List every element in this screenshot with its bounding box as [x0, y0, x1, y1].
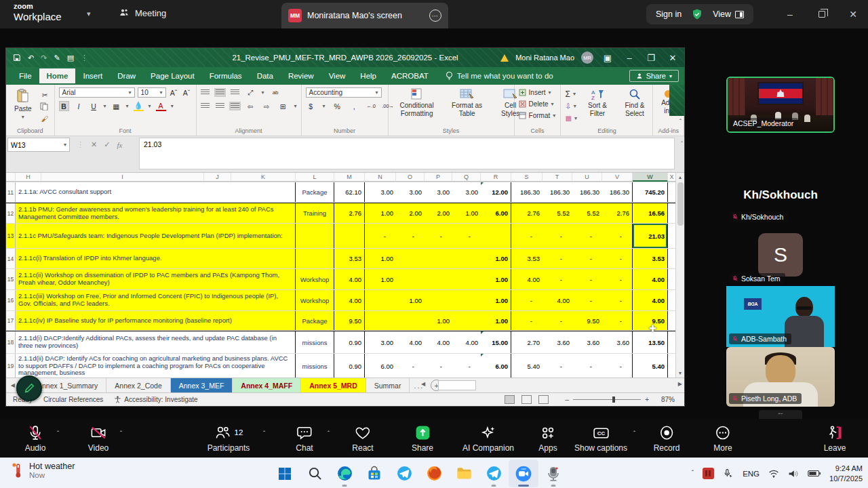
cell-W15[interactable]: 4.00	[633, 269, 668, 289]
shrink-font-icon[interactable]: Aˇ	[182, 87, 192, 98]
page-break-view-icon[interactable]	[538, 395, 549, 404]
sheet-tab-annex-2-code[interactable]: Annex 2_Code	[106, 378, 170, 392]
row-header-16[interactable]: 16	[6, 290, 16, 310]
cell-desc-17[interactable]: 2.1.1c(iv) IP Baseline study for IP perf…	[16, 311, 296, 330]
menu-tab-data[interactable]: Data	[250, 68, 281, 83]
tray-mic-icon[interactable]	[723, 468, 734, 479]
align-left-icon[interactable]	[201, 103, 210, 109]
cell-UNIT12[interactable]: Training	[296, 203, 334, 223]
cell-T14[interactable]: -	[542, 249, 572, 268]
cell-C311[interactable]: 3.00	[425, 182, 452, 202]
zoom-percentage[interactable]: 87%	[661, 396, 675, 403]
show-captions-button[interactable]: CCShow captions	[574, 424, 627, 453]
row-header-13[interactable]: 13	[6, 224, 16, 248]
cell-T18[interactable]: 3.60	[542, 331, 572, 353]
cell-C319[interactable]: -	[425, 354, 452, 378]
chevron-down-icon[interactable]: ▾	[87, 9, 91, 18]
hscroll-left-icon[interactable]: ◀	[421, 381, 425, 387]
cell-C414[interactable]	[452, 249, 481, 268]
audio-chevron-icon[interactable]: ˆ	[57, 430, 59, 436]
annotation-pencil-button[interactable]	[16, 375, 42, 401]
audio-button[interactable]: Audio	[25, 424, 46, 453]
cell-V14[interactable]: -	[602, 249, 633, 268]
menu-tab-home[interactable]: Home	[39, 68, 76, 83]
cell-C218[interactable]: 4.00	[396, 331, 425, 353]
align-middle-icon[interactable]	[216, 89, 224, 96]
row-header-17[interactable]: 17	[6, 311, 16, 330]
column-header-M[interactable]: M	[334, 173, 365, 182]
tray-expand-icon[interactable]: ˆ	[692, 470, 694, 477]
horizontal-scrollbar[interactable]	[438, 380, 476, 390]
cell-U16[interactable]: -	[572, 290, 602, 310]
cell-U11[interactable]: 186.30	[572, 182, 602, 202]
format-cells-button[interactable]: Format▾	[519, 110, 556, 121]
conditional-formatting-button[interactable]: Conditional Formatting	[393, 87, 441, 118]
cell-C418[interactable]: 4.00	[452, 331, 481, 353]
cell-C312[interactable]: 2.00	[425, 203, 452, 223]
taskbar-icon-firefox[interactable]	[419, 460, 449, 487]
cell-C316[interactable]	[425, 290, 452, 310]
cell-S16[interactable]: -	[511, 290, 542, 310]
participant-tile-sokhouch[interactable]: Kh/Sokhouch	[726, 209, 835, 228]
cell-W19[interactable]: 5.40	[633, 354, 668, 378]
percent-icon[interactable]: %	[332, 101, 342, 111]
taskbar-icon-start[interactable]	[270, 460, 300, 487]
vertical-scrollbar[interactable]: ▲ ▼	[675, 173, 684, 378]
column-header-S[interactable]: S	[511, 173, 542, 182]
fill-color-icon[interactable]: 💧	[134, 101, 144, 111]
cell-S19[interactable]: 5.40	[511, 354, 542, 378]
cell-M14[interactable]: 3.53	[334, 249, 365, 268]
language-indicator[interactable]: ENG	[743, 470, 760, 478]
excel-close-button[interactable]: ✕	[665, 53, 680, 63]
paste-button[interactable]: Paste ▾	[10, 87, 36, 121]
borders-icon[interactable]: ▦	[111, 101, 121, 111]
grow-font-icon[interactable]: Aˆ	[169, 87, 179, 98]
cell-C415[interactable]	[452, 269, 481, 289]
cell-S12[interactable]: 2.76	[511, 203, 542, 223]
taskbar-icon-search[interactable]	[300, 460, 330, 487]
taskbar-icon-telegram[interactable]	[389, 460, 419, 487]
participant-tile-acsep[interactable]: ACSEP_Moderator	[726, 77, 835, 133]
cell-R18[interactable]: 15.00	[481, 331, 511, 353]
cell-V12[interactable]: 2.76	[602, 203, 633, 223]
excel-user-avatar[interactable]: MR	[581, 52, 593, 64]
chat-chevron-icon[interactable]: ˆ	[328, 430, 330, 436]
cell-UNIT13[interactable]	[296, 224, 334, 248]
participants-chevron-icon[interactable]: ˆ	[263, 430, 265, 436]
cell-R16[interactable]: 1.00	[481, 290, 511, 310]
cell-desc-18[interactable]: 2.1.1d(i) DACP:Identify Additional PACs,…	[16, 331, 296, 353]
hscroll-right-icon[interactable]: ▶	[678, 381, 682, 387]
column-header-R[interactable]: R	[481, 173, 511, 182]
column-header-L[interactable]: L	[296, 173, 334, 182]
column-header-J[interactable]: J	[204, 173, 231, 182]
page-layout-view-icon[interactable]	[521, 395, 532, 404]
cell-UNIT19[interactable]: missions	[296, 354, 334, 378]
row-header-12[interactable]: 12	[6, 203, 16, 223]
cell-V17[interactable]: -	[602, 311, 633, 330]
participant-tile-soksan[interactable]: Soksan Tem	[729, 273, 785, 284]
cell-C119[interactable]: 6.00	[365, 354, 396, 378]
enter-icon[interactable]: ✓	[104, 140, 110, 149]
cell-C112[interactable]: 1.00	[365, 203, 396, 223]
weather-widget[interactable]: Hot weather Now	[9, 462, 75, 479]
cell-V16[interactable]: -	[602, 290, 633, 310]
cell-U13[interactable]: -	[572, 224, 602, 248]
taskbar-icon-voice-recorder[interactable]	[538, 460, 568, 487]
cell-S11[interactable]: 186.30	[511, 182, 542, 202]
accounting-format-icon[interactable]: $	[306, 101, 316, 111]
cell-V19[interactable]: -	[602, 354, 633, 378]
cell-C217[interactable]	[396, 311, 425, 330]
copy-icon[interactable]	[40, 102, 48, 110]
column-header-V[interactable]: V	[602, 173, 633, 182]
cell-C417[interactable]	[452, 311, 481, 330]
increase-decimal-icon[interactable]: ←.0	[366, 101, 376, 111]
ribbon-display-icon[interactable]: ▣	[600, 53, 615, 63]
cell-W14[interactable]: 3.53	[633, 249, 668, 268]
cell-C212[interactable]: 2.00	[396, 203, 425, 223]
cell-R11[interactable]: 12.00	[481, 182, 511, 202]
ai-companion-button[interactable]: AI Companion	[462, 424, 514, 453]
underline-button[interactable]: U	[89, 101, 99, 111]
sheet-tab-summar[interactable]: Summar	[366, 378, 410, 392]
cell-C411[interactable]: 3.00	[452, 182, 481, 202]
format-painter-icon[interactable]: 🖌	[40, 113, 50, 123]
